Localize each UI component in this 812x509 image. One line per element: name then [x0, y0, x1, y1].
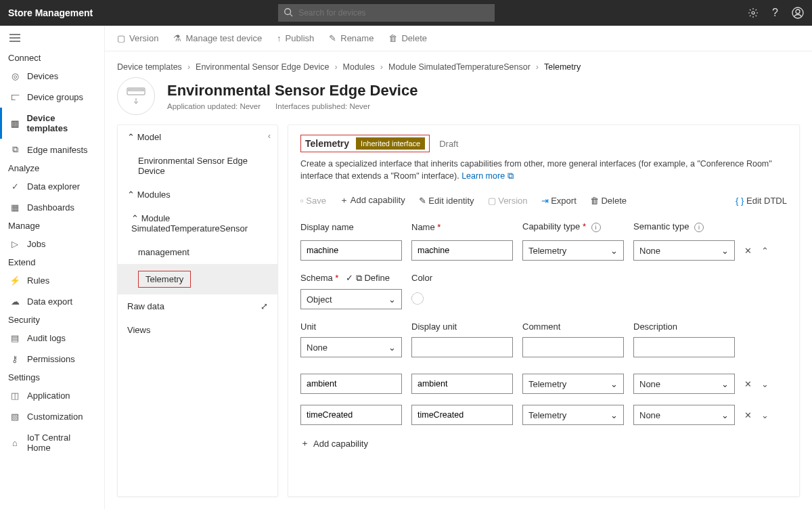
- tree-model[interactable]: ⌃ Model: [118, 125, 277, 149]
- save-button[interactable]: ▫ Save: [300, 196, 326, 206]
- cmd-rename[interactable]: ✎Rename: [329, 33, 374, 43]
- sidebar: Connect ◎Devices ⫍Device groups ▥Device …: [0, 26, 105, 509]
- comment-label: Comment: [522, 322, 624, 332]
- tree-module-sim[interactable]: ⌃ Module SimulatedTemperatureSensor: [118, 206, 277, 240]
- cmd-publish[interactable]: ↑Publish: [277, 33, 314, 43]
- edit-dtdl-button[interactable]: { } Edit DTDL: [736, 196, 787, 206]
- tree-modules[interactable]: ⌃ Modules: [118, 183, 277, 206]
- key-icon: ⚷: [9, 354, 20, 364]
- log-icon: ▤: [9, 333, 20, 343]
- tree-management[interactable]: management: [118, 240, 277, 264]
- sidebar-item-permissions[interactable]: ⚷Permissions: [0, 349, 104, 370]
- add-capability-button[interactable]: ＋ Add capability: [340, 194, 405, 206]
- app-title: Store Management: [8, 7, 93, 18]
- sidebar-item-dashboards[interactable]: ▦Dashboards: [0, 197, 104, 218]
- sidebar-item-audit-logs[interactable]: ▤Audit logs: [0, 328, 104, 349]
- schema-select[interactable]: Object⌄: [300, 289, 402, 309]
- jobs-icon: ▷: [9, 239, 20, 249]
- add-capability-footer[interactable]: ＋ Add capability: [300, 437, 787, 449]
- sidebar-item-application[interactable]: ◫Application: [0, 385, 104, 406]
- tree-env-sensor[interactable]: Environmental Sensor Edge Device: [118, 149, 277, 183]
- rename-icon: ✎: [329, 33, 336, 43]
- crumb-modules[interactable]: Modules: [343, 62, 375, 72]
- draft-label: Draft: [439, 139, 458, 149]
- cmd-manage-test-device[interactable]: ⚗Manage test device: [173, 33, 262, 43]
- hamburger-icon[interactable]: [0, 30, 104, 50]
- capability-type-select[interactable]: Telemetry⌄: [522, 405, 624, 425]
- telemetry-panel: Telemetry Inherited interface Draft Crea…: [288, 125, 800, 497]
- sidebar-item-data-export[interactable]: ☁Data export: [0, 291, 104, 312]
- display-name-input[interactable]: [300, 374, 402, 394]
- expand-row-icon[interactable]: ⌄: [761, 379, 769, 389]
- remove-row-icon[interactable]: ✕: [744, 410, 752, 420]
- chevron-down-icon: ⌄: [610, 410, 618, 420]
- gear-icon[interactable]: [748, 7, 759, 18]
- remove-row-icon[interactable]: ✕: [744, 379, 752, 389]
- delete-button[interactable]: 🗑 Delete: [590, 196, 627, 206]
- command-bar: ▢Version ⚗Manage test device ↑Publish ✎R…: [105, 26, 812, 51]
- name-input[interactable]: [411, 405, 513, 425]
- edit-identity-button[interactable]: ✎ Edit identity: [419, 196, 474, 206]
- sidebar-item-rules[interactable]: ⚡Rules: [0, 270, 104, 291]
- sidebar-item-device-groups[interactable]: ⫍Device groups: [0, 87, 104, 108]
- unit-select[interactable]: None⌄: [300, 337, 402, 357]
- col-capability-type: Capability type * i: [522, 221, 624, 232]
- sidebar-item-customization[interactable]: ▧Customization: [0, 406, 104, 427]
- display-unit-label: Display unit: [411, 322, 513, 332]
- sidebar-item-device-templates[interactable]: ▥Device templates: [0, 108, 104, 139]
- comment-input[interactable]: [522, 337, 624, 357]
- collapse-row-icon[interactable]: ⌃: [761, 246, 769, 256]
- inherited-badge: Inherited interface: [356, 137, 425, 150]
- sidebar-item-iot-home[interactable]: ⌂IoT Central Home: [0, 427, 104, 458]
- svg-line-1: [290, 14, 293, 17]
- account-icon[interactable]: [792, 7, 804, 19]
- sidebar-item-data-explorer[interactable]: ✓Data explorer: [0, 176, 104, 197]
- color-picker[interactable]: [411, 292, 424, 305]
- export-button[interactable]: ⇥ Export: [541, 196, 577, 206]
- semantic-type-select[interactable]: None⌄: [633, 405, 735, 425]
- expand-row-icon[interactable]: ⌄: [761, 410, 769, 420]
- tree-telemetry[interactable]: Telemetry: [118, 264, 277, 294]
- svg-point-4: [796, 9, 800, 14]
- description-input[interactable]: [633, 337, 735, 357]
- svg-point-0: [285, 9, 291, 15]
- sidebar-item-devices[interactable]: ◎Devices: [0, 66, 104, 87]
- search-input[interactable]: [278, 4, 495, 22]
- display-unit-input[interactable]: [411, 337, 513, 357]
- capability-type-select[interactable]: Telemetry⌄: [522, 374, 624, 394]
- crumb-env-sensor[interactable]: Environmental Sensor Edge Device: [196, 62, 329, 72]
- version-button[interactable]: ▢ Version: [488, 196, 528, 206]
- schema-label: Schema * ✓ ⧉ Define: [300, 273, 402, 284]
- semantic-type-select[interactable]: None⌄: [633, 374, 735, 394]
- capability-type-select[interactable]: Telemetry⌄: [522, 240, 624, 261]
- name-input[interactable]: [411, 374, 513, 394]
- display-name-input[interactable]: [300, 405, 402, 425]
- chevron-down-icon: ⌄: [388, 342, 396, 353]
- name-input[interactable]: [411, 240, 513, 261]
- learn-more-link[interactable]: Learn more ⧉: [461, 171, 513, 181]
- chevron-down-icon: ⌄: [388, 294, 396, 305]
- tree-views[interactable]: Views: [118, 318, 277, 342]
- chevron-down-icon: ⌄: [610, 379, 618, 389]
- sidebar-item-edge-manifests[interactable]: ⧉Edge manifests: [0, 139, 104, 160]
- custom-icon: ▧: [9, 412, 20, 422]
- help-icon[interactable]: ?: [772, 7, 778, 19]
- chevron-left-icon[interactable]: ‹: [268, 131, 271, 141]
- display-name-input[interactable]: [300, 240, 402, 261]
- device-icon: [117, 77, 155, 115]
- remove-row-icon[interactable]: ✕: [744, 246, 752, 256]
- cmd-version[interactable]: ▢Version: [117, 33, 158, 43]
- tree-raw-data[interactable]: Raw data⤢: [118, 294, 277, 318]
- expand-icon[interactable]: ⤢: [261, 301, 268, 311]
- col-display-name: Display name: [300, 222, 402, 232]
- page-title: Environmental Sensor Edge Device: [167, 82, 418, 99]
- semantic-type-select[interactable]: None⌄: [633, 240, 735, 261]
- crumb-module-sim[interactable]: Module SimulatedTemperatureSensor: [388, 62, 531, 72]
- info-icon[interactable]: i: [591, 223, 601, 232]
- info-icon[interactable]: i: [694, 223, 704, 232]
- globe-icon: ◎: [9, 71, 20, 81]
- flask-icon: ⚗: [173, 33, 181, 43]
- cmd-delete[interactable]: 🗑Delete: [388, 33, 427, 43]
- sidebar-item-jobs[interactable]: ▷Jobs: [0, 234, 104, 255]
- crumb-device-templates[interactable]: Device templates: [117, 62, 182, 72]
